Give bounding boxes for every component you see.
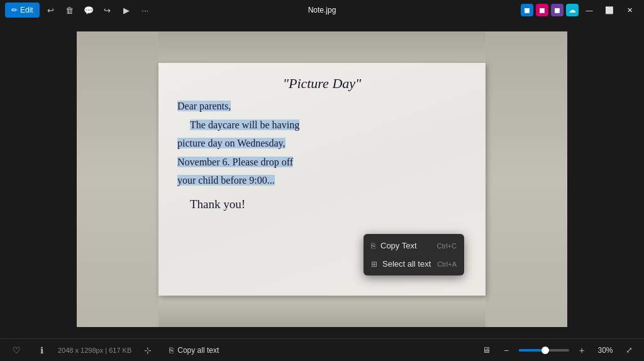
image-info: 2048 x 1298px | 617 KB <box>58 347 131 354</box>
tray-icon-1: ◼ <box>521 4 533 16</box>
comment-icon[interactable]: 💬 <box>80 3 97 18</box>
copy-all-icon: ⎘ <box>169 346 174 355</box>
note-line-5: your child before 9:00... <box>177 172 467 189</box>
status-info-icon[interactable]: ℹ <box>33 342 50 359</box>
undo-icon[interactable]: ↩ <box>42 3 60 18</box>
title-bar-right: ◼ ◼ ◼ ☁ — ⬜ ✕ <box>521 3 639 18</box>
zoom-out-button[interactable]: − <box>499 343 514 358</box>
select-all-label: Select all text <box>382 259 431 269</box>
edit-label: Edit <box>20 6 33 14</box>
door-bottom-frame <box>158 296 486 327</box>
note-line-1: Dear parents, <box>177 98 467 114</box>
copy-all-button[interactable]: ⎘ Copy all text <box>164 344 224 357</box>
door-panel-left <box>77 31 158 327</box>
note-thankyou: Thank you! <box>190 197 245 211</box>
context-menu: ⎘ Copy Text Ctrl+C ⊞ Select all text Ctr… <box>364 234 464 275</box>
window-title: Note.jpg <box>308 6 336 14</box>
delete-icon[interactable]: 🗑 <box>61 3 79 18</box>
door-top-frame <box>158 31 486 63</box>
title-bar-left: ✏ Edit ↩ 🗑 💬 ↪ ▶ ··· <box>5 3 154 18</box>
copy-icon: ⎘ <box>371 242 375 250</box>
play-icon[interactable]: ▶ <box>118 3 135 18</box>
note-line-2-text: The daycare will be having <box>190 119 299 130</box>
tray-icon-3: ◼ <box>551 4 564 16</box>
fullscreen-icon[interactable]: ⤢ <box>621 343 636 358</box>
maximize-button[interactable]: ⬜ <box>600 3 619 18</box>
copy-shortcut: Ctrl+C <box>437 242 457 250</box>
note-line-2: The daycare will be having <box>177 117 467 133</box>
title-bar: ✏ Edit ↩ 🗑 💬 ↪ ▶ ··· Note.jpg ◼ ◼ ◼ ☁ — … <box>0 0 644 20</box>
status-right: 🖥 − + 30% ⤢ <box>479 343 636 358</box>
note-line-4: November 6. Please drop off <box>177 154 467 170</box>
status-crop-icon[interactable]: ⊹ <box>139 342 157 359</box>
edit-button[interactable]: ✏ Edit <box>5 3 40 18</box>
note-line-3: picture day on Wednesday, <box>177 135 467 152</box>
toolbar-icons: ↩ 🗑 💬 ↪ ▶ ··· <box>42 3 154 18</box>
note-body: Dear parents, The daycare will be having… <box>177 98 467 191</box>
tray-icon-4: ☁ <box>566 4 579 16</box>
note-line-4-text: November 6. Please drop off <box>177 157 293 167</box>
share-icon[interactable]: ↪ <box>99 3 116 18</box>
context-select-left: ⊞ Select all text <box>371 259 431 269</box>
copy-text-label: Copy Text <box>380 241 417 250</box>
context-copy-text[interactable]: ⎘ Copy Text Ctrl+C <box>364 236 464 255</box>
edit-icon: ✏ <box>11 6 18 14</box>
context-select-all[interactable]: ⊞ Select all text Ctrl+A <box>364 255 464 273</box>
status-heart-icon[interactable]: ♡ <box>8 342 25 359</box>
status-bar: ♡ ℹ 2048 x 1298px | 617 KB ⊹ ⎘ Copy all … <box>0 338 644 361</box>
more-icon[interactable]: ··· <box>136 3 154 18</box>
zoom-in-button[interactable]: + <box>574 343 589 358</box>
note-indent: The daycare will be having <box>190 119 299 130</box>
note-line-3-text: picture day on Wednesday, <box>177 138 286 148</box>
minimize-button[interactable]: — <box>580 3 599 18</box>
copy-all-label: Copy all text <box>177 346 219 355</box>
note-line-5-text: your child before 9:00... <box>177 175 275 186</box>
tray-icon-2: ◼ <box>536 4 548 16</box>
zoom-value: 30% <box>594 346 616 355</box>
door-panel-right <box>486 31 567 327</box>
zoom-thumb[interactable] <box>541 347 549 354</box>
close-button[interactable]: ✕ <box>620 3 639 18</box>
note-image: "Picture Day" Dear parents, The daycare … <box>77 31 567 327</box>
tray-icons: ◼ ◼ ◼ ☁ <box>521 4 579 16</box>
select-all-shortcut: Ctrl+A <box>437 260 457 268</box>
monitor-icon[interactable]: 🖥 <box>479 343 494 358</box>
status-left: ♡ ℹ 2048 x 1298px | 617 KB ⊹ ⎘ Copy all … <box>8 342 224 359</box>
zoom-fill <box>519 349 544 352</box>
note-title: "Picture Day" <box>177 75 467 92</box>
context-copy-left: ⎘ Copy Text <box>371 241 417 250</box>
note-line-1-text: Dear parents, <box>177 101 231 111</box>
main-image-area: "Picture Day" Dear parents, The daycare … <box>0 20 644 338</box>
select-all-icon: ⊞ <box>371 260 377 269</box>
zoom-slider[interactable] <box>519 349 569 352</box>
